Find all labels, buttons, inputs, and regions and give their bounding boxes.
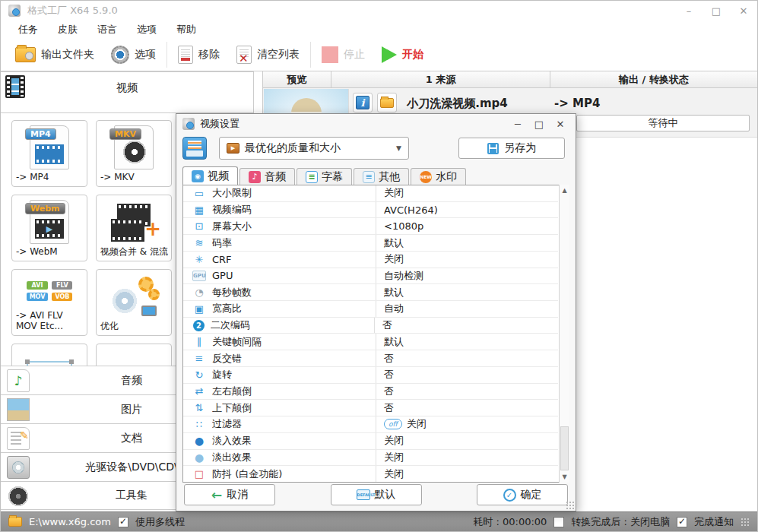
setting-row-gpu[interactable]: GPUGPU自动检测 bbox=[183, 268, 558, 285]
setting-row-aspect[interactable]: ▣宽高比自动 bbox=[183, 301, 558, 318]
dialog-minimize-button[interactable]: ─ bbox=[509, 116, 527, 131]
film-format-icon bbox=[99, 347, 169, 366]
format-card-multi[interactable]: AVIFLVMOVVOB-> AVI FLV MOV Etc... bbox=[11, 269, 87, 336]
setting-row-ruler[interactable]: ▭大小限制关闭 bbox=[183, 185, 558, 202]
multithread-checkbox[interactable] bbox=[118, 517, 128, 527]
format-card-mp4[interactable]: MP4-> MP4 bbox=[11, 120, 87, 187]
setting-label: 左右颠倒 bbox=[212, 385, 376, 398]
setting-value-text: 关闭 bbox=[384, 467, 404, 481]
options-button[interactable]: 选项 bbox=[103, 40, 164, 69]
remove-button[interactable]: 移除 bbox=[170, 40, 228, 69]
output-folder-button[interactable]: 输出文件夹 bbox=[7, 40, 103, 69]
tab-watermark[interactable]: NEW水印 bbox=[411, 168, 466, 185]
tab-audio[interactable]: ♪音频 bbox=[239, 168, 295, 185]
setting-row-fliph[interactable]: ⇄左右颠倒否 bbox=[183, 384, 558, 401]
setting-row-gauge[interactable]: ◔每秒帧数默认 bbox=[183, 284, 558, 301]
dialog-title-bar[interactable]: 视频设置 ─ □ ✕ bbox=[176, 114, 576, 134]
setting-value: 关闭 bbox=[376, 185, 558, 201]
ok-button[interactable]: ✓ 确定 bbox=[477, 484, 568, 505]
notify-checkbox[interactable] bbox=[677, 517, 687, 527]
mkv-format-icon: MKV bbox=[99, 123, 169, 172]
clear-list-button[interactable]: 清空列表 bbox=[228, 40, 308, 69]
scrollbar-thumb[interactable] bbox=[560, 426, 569, 470]
format-card-film[interactable] bbox=[96, 344, 172, 366]
other-tab-icon: ≡ bbox=[363, 171, 375, 183]
menu-item[interactable]: 皮肤 bbox=[48, 23, 87, 36]
tab-other[interactable]: ≡其他 bbox=[354, 168, 409, 185]
maximize-button[interactable]: □ bbox=[702, 1, 730, 21]
setting-row-bars[interactable]: ‖关键帧间隔默认 bbox=[183, 334, 558, 350]
resize-grip[interactable] bbox=[741, 518, 750, 527]
setting-value-text: 自动 bbox=[384, 302, 404, 315]
setting-row-filter[interactable]: ∷过滤器off关闭 bbox=[183, 416, 558, 433]
tab-label: 字幕 bbox=[322, 170, 343, 184]
setting-label: 旋转 bbox=[212, 368, 376, 382]
menu-item[interactable]: 帮助 bbox=[167, 23, 206, 36]
format-card-crop[interactable] bbox=[11, 344, 87, 366]
setting-value: 否 bbox=[376, 367, 558, 383]
video-settings-dialog: 视频设置 ─ □ ✕ ▶ 最优化的质量和大小 ▼ 另存为 ◉视频♪音频≡字幕≡其… bbox=[176, 113, 576, 511]
setting-row-waves[interactable]: ≋码率默认 bbox=[183, 235, 558, 252]
toolbar: 输出文件夹 选项 移除 清空列表 停止 开始 bbox=[1, 39, 757, 71]
minimize-button[interactable]: – bbox=[675, 1, 702, 21]
setting-value-text: AVC(H264) bbox=[384, 204, 438, 216]
webm-format-icon: Webm▶ bbox=[14, 198, 84, 246]
setting-row-rotate[interactable]: ↻旋转否 bbox=[183, 367, 558, 384]
setting-row-atom[interactable]: ✳CRF关闭 bbox=[183, 252, 558, 268]
video-section-header[interactable]: 视频 ▲ bbox=[1, 71, 254, 113]
setting-row-stabilize[interactable]: □防抖 (白金功能)关闭 bbox=[183, 466, 558, 482]
format-card-label: -> MP4 bbox=[14, 172, 84, 184]
setting-label: 防抖 (白金功能) bbox=[212, 467, 376, 481]
setting-row-chip[interactable]: ▦视频编码AVC(H264) bbox=[183, 202, 558, 219]
close-button[interactable]: ✕ bbox=[730, 1, 757, 21]
setting-value: 默认 bbox=[376, 235, 558, 251]
output-path[interactable]: E:\www.x6g.com bbox=[29, 516, 111, 527]
menu-item[interactable]: 选项 bbox=[127, 23, 167, 36]
save-as-button[interactable]: 另存为 bbox=[458, 138, 565, 159]
setting-row-fadeout[interactable]: ●淡出效果关闭 bbox=[183, 450, 558, 467]
shutdown-after-checkbox[interactable] bbox=[553, 517, 564, 527]
setting-value-text: 关闭 bbox=[384, 186, 404, 200]
scroll-up-arrow-icon[interactable]: ▲ bbox=[560, 185, 569, 196]
quality-preset-select[interactable]: ▶ 最优化的质量和大小 ▼ bbox=[219, 137, 409, 160]
format-card-webm[interactable]: Webm▶-> WebM bbox=[11, 195, 87, 261]
menu-item[interactable]: 任务 bbox=[8, 23, 48, 36]
setting-row-deinterlace[interactable]: ≡反交错否 bbox=[183, 350, 558, 367]
cancel-button[interactable]: ← 取消 bbox=[184, 484, 275, 505]
setting-row-fadein[interactable]: ●淡入效果关闭 bbox=[183, 433, 558, 450]
scroll-down-arrow-icon[interactable]: ▼ bbox=[560, 471, 569, 483]
column-header[interactable]: 预览 bbox=[263, 71, 331, 87]
format-card-optimize[interactable]: 优化 bbox=[96, 269, 172, 336]
waves-icon: ≋ bbox=[192, 238, 206, 248]
setting-label: 过滤器 bbox=[212, 417, 376, 431]
two-icon: 2 bbox=[193, 320, 205, 331]
menu-item[interactable]: 语言 bbox=[87, 23, 127, 36]
setting-row-flipv[interactable]: ⇅上下颠倒否 bbox=[183, 400, 558, 416]
setting-row-two[interactable]: 2二次编码否 bbox=[183, 318, 558, 334]
window-controls: – □ ✕ bbox=[675, 1, 757, 21]
setting-label: 淡入效果 bbox=[212, 434, 376, 448]
screen-icon bbox=[141, 306, 157, 316]
setting-value: 关闭 bbox=[376, 450, 558, 466]
dialog-maximize-button[interactable]: □ bbox=[530, 116, 548, 131]
monitor-icon: ⊡ bbox=[192, 221, 206, 231]
settings-scrollbar[interactable]: ▲ ▼ bbox=[559, 185, 569, 483]
setting-value-text: 默认 bbox=[384, 286, 404, 299]
format-card-mkv[interactable]: MKV-> MKV bbox=[96, 120, 172, 187]
setting-row-monitor[interactable]: ⊡屏幕大小<1080p bbox=[183, 218, 558, 235]
tab-subtitle[interactable]: ≡字幕 bbox=[297, 168, 352, 185]
dialog-close-button[interactable]: ✕ bbox=[551, 116, 569, 131]
notify-label: 完成通知 bbox=[694, 515, 734, 529]
chip-icon: ▦ bbox=[192, 205, 206, 215]
default-button[interactable]: DEFAULT 默认 bbox=[331, 484, 422, 505]
atom-icon: ✳ bbox=[192, 255, 206, 264]
tab-video[interactable]: ◉视频 bbox=[182, 166, 238, 185]
stop-button[interactable]: 停止 bbox=[313, 40, 373, 69]
setting-label: 二次编码 bbox=[211, 318, 374, 332]
media-info-button[interactable]: i bbox=[353, 93, 373, 112]
column-header[interactable]: 输出 / 转换状态 bbox=[550, 71, 757, 87]
column-header[interactable]: 1 来源 bbox=[331, 71, 550, 87]
dialog-resize-grip[interactable] bbox=[566, 501, 574, 509]
format-card-merge[interactable]: +视频合并 & 混流 bbox=[96, 195, 172, 261]
start-button[interactable]: 开始 bbox=[373, 40, 432, 69]
